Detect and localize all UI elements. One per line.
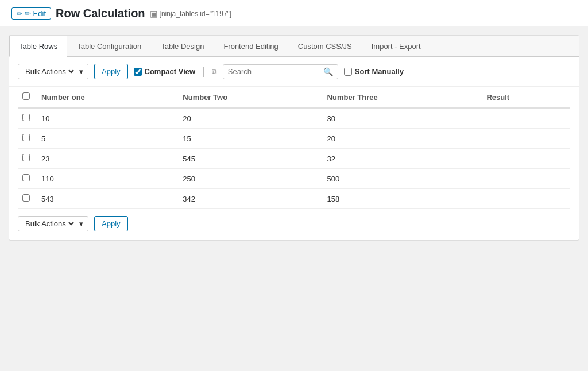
row-number-three-1: 20 (323, 129, 482, 149)
sort-manually-checkbox[interactable] (344, 68, 352, 76)
apply-button-bottom[interactable]: Apply (94, 216, 128, 231)
bulk-actions-select-input[interactable]: Bulk Actions (23, 67, 76, 76)
row-result-1 (482, 129, 570, 149)
tab-custom-css-js[interactable]: Custom CSS/JS (288, 36, 362, 57)
bottom-toolbar: Bulk Actions ▾ Apply (9, 209, 579, 240)
row-number-one-3: 110 (37, 169, 178, 189)
shortcode-icon: ▣ (150, 9, 157, 18)
search-box: 🔍 (223, 64, 338, 79)
sort-manually-text: Sort Manually (355, 67, 404, 76)
table-row: 23 545 32 (18, 149, 570, 169)
row-select-1[interactable] (22, 134, 30, 141)
row-number-two-2: 545 (178, 149, 322, 169)
search-icon: 🔍 (323, 67, 333, 76)
col-header-checkbox (18, 87, 37, 108)
bulk-actions-dropdown-bottom[interactable]: Bulk Actions ▾ (18, 216, 88, 231)
select-all-checkbox[interactable] (22, 92, 30, 100)
edit-link[interactable]: ✏ ✏ Edit (11, 7, 51, 20)
table-wrapper: Number one Number Two Number Three Resul… (9, 87, 579, 209)
toolbar-separator: | (202, 65, 205, 78)
main-content: Table Rows Table Configuration Table Des… (9, 35, 579, 241)
tab-table-design[interactable]: Table Design (151, 36, 214, 57)
row-result-0 (482, 108, 570, 129)
pencil-icon: ✏ (17, 10, 22, 18)
row-select-0[interactable] (22, 114, 30, 121)
title-bar: ✏ ✏ Edit Row Calculation ▣ [ninja_tables… (0, 0, 588, 26)
row-checkbox-2 (18, 149, 37, 169)
compact-view-checkbox[interactable] (134, 68, 142, 76)
edit-label: ✏ Edit (25, 9, 46, 18)
table-row: 10 20 30 (18, 108, 570, 129)
table-row: 110 250 500 (18, 169, 570, 189)
table-row: 5 15 20 (18, 129, 570, 149)
tab-import-export[interactable]: Import - Export (362, 36, 431, 57)
page-title: Row Calculation (56, 7, 145, 20)
row-result-4 (482, 189, 570, 209)
shortcode-text: [ninja_tables id="1197"] (160, 10, 232, 18)
row-number-three-4: 158 (323, 189, 482, 209)
row-number-two-4: 342 (178, 189, 322, 209)
row-result-3 (482, 169, 570, 189)
data-table: Number one Number Two Number Three Resul… (18, 87, 570, 209)
row-checkbox-4 (18, 189, 37, 209)
top-toolbar: Bulk Actions ▾ Apply Compact View | ⧉ 🔍 … (9, 57, 579, 87)
tabs-nav: Table Rows Table Configuration Table Des… (9, 36, 579, 57)
sort-manually-label[interactable]: Sort Manually (344, 67, 404, 76)
shortcode-badge: ▣ [ninja_tables id="1197"] (150, 9, 232, 18)
compact-view-text: Compact View (145, 67, 196, 76)
bulk-actions-select-bottom[interactable]: Bulk Actions (23, 219, 76, 229)
row-number-three-3: 500 (323, 169, 482, 189)
row-number-two-0: 20 (178, 108, 322, 129)
row-number-three-2: 32 (323, 149, 482, 169)
table-row: 543 342 158 (18, 189, 570, 209)
bulk-actions-dropdown[interactable]: Bulk Actions ▾ (18, 64, 88, 79)
row-checkbox-3 (18, 169, 37, 189)
row-select-3[interactable] (22, 174, 30, 181)
col-header-number-three: Number Three (323, 87, 482, 108)
copy-icon[interactable]: ⧉ (212, 68, 217, 76)
row-number-two-1: 15 (178, 129, 322, 149)
col-header-number-one: Number one (37, 87, 178, 108)
row-checkbox-1 (18, 129, 37, 149)
tab-table-rows[interactable]: Table Rows (9, 36, 67, 57)
row-number-one-4: 543 (37, 189, 178, 209)
row-number-one-1: 5 (37, 129, 178, 149)
tab-table-configuration[interactable]: Table Configuration (67, 36, 151, 57)
table-header-row: Number one Number Two Number Three Resul… (18, 87, 570, 108)
search-input[interactable] (228, 67, 320, 76)
col-header-result: Result (482, 87, 570, 108)
tab-frontend-editing[interactable]: Frontend Editing (214, 36, 288, 57)
row-checkbox-0 (18, 108, 37, 129)
row-number-two-3: 250 (178, 169, 322, 189)
row-number-one-2: 23 (37, 149, 178, 169)
row-select-2[interactable] (22, 154, 30, 161)
compact-view-label[interactable]: Compact View (134, 67, 196, 76)
row-number-one-0: 10 (37, 108, 178, 129)
row-result-2 (482, 149, 570, 169)
dropdown-arrow-icon: ▾ (79, 67, 83, 76)
page-wrapper: ✏ ✏ Edit Row Calculation ▣ [ninja_tables… (0, 0, 588, 371)
row-number-three-0: 30 (323, 108, 482, 129)
row-select-4[interactable] (22, 194, 30, 202)
dropdown-arrow-icon-bottom: ▾ (79, 219, 83, 228)
apply-button-top[interactable]: Apply (94, 64, 128, 79)
col-header-number-two: Number Two (178, 87, 322, 108)
